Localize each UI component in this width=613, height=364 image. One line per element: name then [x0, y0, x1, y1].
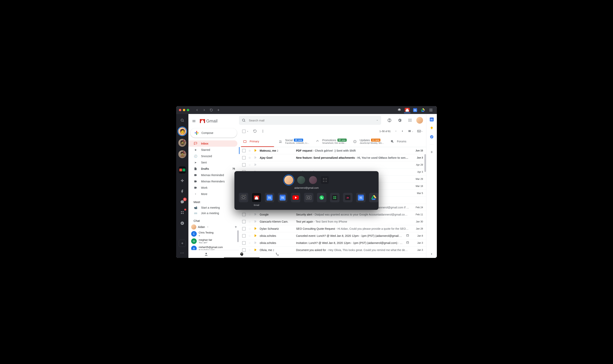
row-checkbox[interactable]	[242, 227, 246, 231]
tab-promotions[interactable]: Promotions50 newSmartsheet, Kim at Ale…	[312, 136, 350, 147]
nav-starred[interactable]: ★Starred	[188, 147, 237, 153]
star-icon[interactable]: ☆	[249, 163, 251, 166]
switcher-all-apps[interactable]	[321, 176, 329, 184]
scrollbar-thumb[interactable]	[237, 230, 239, 242]
switcher-app-invision[interactable]: in	[343, 193, 352, 202]
search-input[interactable]	[249, 118, 373, 122]
shift-app-facebook[interactable]	[179, 188, 186, 195]
titlebar-app-gmail[interactable]	[404, 107, 410, 113]
newer-button[interactable]	[394, 130, 397, 133]
star-icon[interactable]: ☆	[249, 213, 251, 216]
nav-work[interactable]: Work	[188, 184, 237, 191]
chat-item[interactable]: mmeghan fairYou: am*	[188, 238, 239, 245]
older-button[interactable]	[401, 130, 404, 133]
input-tools-button[interactable]	[417, 130, 423, 133]
shift-app-slack[interactable]	[179, 177, 186, 184]
star-icon[interactable]: ☆	[249, 156, 251, 159]
shift-app-spotify[interactable]	[179, 220, 186, 227]
row-checkbox[interactable]	[242, 156, 246, 159]
importance-icon[interactable]	[254, 227, 257, 230]
switcher-app-gmail[interactable]: Email	[252, 193, 261, 206]
tab-social[interactable]: Social10 newFacebook, LinkedIn, Li…	[275, 136, 312, 147]
mail-row[interactable]: ☆Dylan SchwartzSEO Consulting Quote Requ…	[239, 225, 426, 232]
nav-snoozed[interactable]: 🕘Snoozed	[188, 153, 237, 159]
importance-icon[interactable]	[254, 213, 257, 216]
chat-item[interactable]: Amkfair05@gmail.com✉ Invitation sent	[188, 245, 239, 250]
mail-scrollbar-thumb[interactable]	[424, 154, 426, 172]
mail-row[interactable]: ☆GoogleSecurity alert - Dialpad was gran…	[239, 211, 426, 218]
nav-mixmax-reminders[interactable]: Mixmax Reminders	[188, 178, 237, 184]
row-checkbox[interactable]	[242, 241, 246, 245]
shift-app-messenger[interactable]: 1	[179, 198, 186, 206]
tab-forums[interactable]: Forums	[387, 136, 423, 147]
row-checkbox[interactable]	[242, 213, 246, 216]
star-icon[interactable]: ☆	[249, 220, 251, 223]
titlebar-app-grid[interactable]	[428, 107, 434, 113]
row-checkbox[interactable]	[242, 149, 246, 152]
switcher-account-2[interactable]	[297, 176, 305, 184]
switcher-app-calendar[interactable]: 31	[356, 193, 365, 202]
chat-account-selector[interactable]: Aidan +	[188, 224, 239, 230]
minimize-window-button[interactable]	[183, 109, 185, 111]
mail-row[interactable]: ☆Giancarlo Klemm Cam.Test yet again - Te…	[239, 218, 426, 225]
sidepanel-add[interactable]	[430, 150, 434, 154]
switcher-account-3[interactable]	[309, 176, 317, 184]
mail-row[interactable]: ☆Apr 29	[239, 161, 426, 169]
close-window-button[interactable]	[179, 109, 181, 111]
settings-button[interactable]	[396, 116, 404, 124]
switcher-app-docs[interactable]	[304, 193, 313, 202]
mail-row[interactable]: ☆olivia.scholesCanceled event: Lunch? @ …	[239, 232, 426, 239]
more-actions-button[interactable]	[261, 129, 265, 133]
nav-drafts[interactable]: Drafts76	[188, 166, 237, 172]
start-meeting-button[interactable]: 📹Start a meeting	[188, 205, 239, 210]
maximize-window-button[interactable]	[187, 109, 189, 111]
row-checkbox[interactable]	[242, 234, 246, 238]
switcher-app-calendar[interactable]: 31	[278, 193, 287, 202]
importance-icon[interactable]	[254, 248, 257, 252]
star-icon[interactable]: ☆	[249, 149, 251, 152]
support-button[interactable]	[386, 116, 393, 124]
mail-row[interactable]: ☆Mateusz, me 2PDF request - Check gdrive…	[239, 147, 426, 154]
tab-updates[interactable]: Updates11 newJavaScript Weekly, Wo…	[350, 136, 387, 147]
compose-button[interactable]: Compose	[190, 128, 237, 138]
shift-app-dots[interactable]	[179, 209, 186, 216]
star-icon[interactable]: ☆	[249, 241, 251, 245]
switcher-account-1[interactable]	[284, 175, 293, 184]
row-checkbox[interactable]	[242, 248, 246, 252]
importance-icon[interactable]	[254, 156, 257, 159]
switcher-app-youtube[interactable]	[291, 193, 300, 202]
refresh-button[interactable]	[253, 129, 257, 133]
switcher-app-drive[interactable]	[369, 193, 379, 202]
sidepanel-keep[interactable]	[430, 126, 434, 130]
importance-icon[interactable]	[254, 241, 257, 245]
shift-account-1[interactable]: 🧑	[178, 127, 186, 135]
nav-forward-button[interactable]	[201, 107, 207, 113]
nav-more[interactable]: More	[188, 191, 237, 197]
nav-mixmax-reminded[interactable]: Mixmax Reminded	[188, 172, 237, 178]
shift-add-button[interactable]: +	[179, 240, 186, 247]
row-checkbox[interactable]	[242, 220, 246, 223]
select-all-checkbox[interactable]	[242, 130, 249, 133]
new-chat-button[interactable]: +	[235, 225, 237, 229]
shift-account-2[interactable]: 🧔1	[178, 139, 186, 147]
account-avatar[interactable]	[416, 117, 423, 124]
star-icon[interactable]: ☆	[249, 234, 251, 237]
search-options-icon[interactable]	[376, 119, 378, 121]
tab-primary[interactable]: Primary	[240, 136, 275, 147]
mail-row[interactable]: ☆olivia.scholesInvitation: Lunch? @ Wed …	[239, 239, 426, 247]
search-bar[interactable]	[239, 116, 381, 125]
apps-grid-button[interactable]	[406, 116, 414, 124]
nav-sent[interactable]: ➤Sent	[188, 159, 237, 166]
sidepanel-collapse[interactable]	[430, 252, 434, 256]
nav-inbox[interactable]: Inbox	[188, 140, 237, 147]
switcher-app-chrome[interactable]	[239, 193, 248, 202]
shift-account-3[interactable]: 🧑‍🦱1	[178, 150, 186, 158]
switcher-app-whatsapp[interactable]	[317, 193, 326, 202]
chat-tab-contacts[interactable]	[188, 250, 224, 258]
importance-icon[interactable]	[254, 234, 257, 237]
titlebar-app-calendar[interactable]: 31	[412, 107, 418, 113]
shift-more-button[interactable]: ⋯	[180, 250, 184, 255]
main-menu-button[interactable]	[190, 117, 198, 125]
importance-icon[interactable]	[254, 149, 257, 152]
join-meeting-button[interactable]: ⌨️Join a meeting	[188, 210, 239, 216]
